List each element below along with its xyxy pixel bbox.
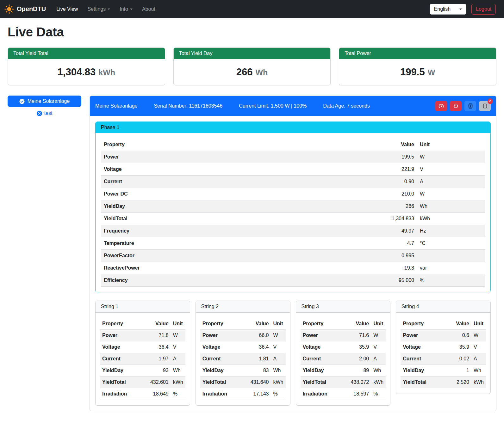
inverter-secondary-label: test	[44, 110, 53, 116]
summary-cards: Total Yield Total 1,304.83 kWh Total Yie…	[8, 47, 496, 85]
property-value: 66.0	[240, 330, 271, 341]
property-name: Irradiation	[200, 388, 240, 400]
property-unit: %	[371, 388, 386, 400]
table-row: Voltage 36.4 V	[100, 341, 185, 353]
property-value: 0.995	[360, 250, 417, 262]
table-row: Frequency 49.97 Hz	[101, 225, 485, 237]
property-name: Power	[200, 330, 240, 341]
summary-card-body: 266 Wh	[174, 59, 331, 85]
summary-value: 199.5	[400, 66, 425, 78]
nav-link-live-view[interactable]: Live View	[52, 4, 83, 15]
inverter-panel-body: Phase 1 Property Value Unit	[90, 116, 496, 411]
property-name: ReactivePower	[101, 262, 360, 274]
property-unit: W	[371, 330, 386, 341]
property-name: Voltage	[101, 163, 360, 176]
table-row: YieldTotal 1,304.833 kWh	[101, 213, 485, 225]
chevron-down-icon	[108, 9, 110, 10]
table-row: YieldTotal 2.520 kWh	[401, 377, 486, 388]
table-row: Power DC 210.0 W	[101, 188, 485, 200]
property-value: 49.97	[360, 225, 417, 237]
property-name: Power	[101, 151, 360, 163]
table-row: Power 199.5 W	[101, 151, 485, 163]
table-row: Irradiation 17.143 %	[200, 388, 286, 400]
phase-card-title: Phase 1	[96, 122, 490, 133]
nav-link-label: Live View	[56, 6, 78, 12]
language-value: English	[434, 6, 451, 12]
summary-card-yield-day: Total Yield Day 266 Wh	[173, 47, 331, 85]
table-row: Irradiation 18.597 %	[301, 388, 386, 400]
property-value: 71.6	[340, 330, 371, 341]
property-unit: W	[417, 188, 485, 200]
property-name: Irradiation	[100, 388, 140, 400]
logout-button[interactable]: Logout	[471, 4, 496, 15]
property-unit: Wh	[417, 200, 485, 213]
summary-unit: kWh	[98, 68, 115, 77]
property-name: Voltage	[401, 341, 444, 353]
string-table: Property Value Unit Power 71	[100, 318, 185, 400]
string-card-3: String 3 Property Value Unit	[296, 301, 391, 406]
string-card-title: String 2	[196, 301, 290, 313]
nav-link-info[interactable]: Info	[115, 4, 137, 15]
property-name: YieldTotal	[101, 213, 360, 225]
column-header-value: Value	[360, 139, 417, 151]
property-value: 1,304.833	[360, 213, 417, 225]
property-unit: A	[471, 353, 486, 365]
property-unit: A	[371, 353, 386, 365]
property-name: Voltage	[100, 341, 140, 353]
table-row: Power 71.8 W	[100, 330, 185, 341]
property-name: YieldTotal	[200, 377, 240, 388]
table-row: YieldTotal 432.601 kWh	[100, 377, 185, 388]
string-card-1: String 1 Property Value Unit	[95, 301, 190, 406]
property-value: 36.4	[240, 341, 271, 353]
property-value: 35.9	[340, 341, 371, 353]
string-cards: String 1 Property Value Unit	[95, 301, 491, 406]
inverter-selector-column: Meine Solaranlage test	[8, 96, 81, 116]
summary-unit: Wh	[255, 68, 268, 77]
nav-link-settings[interactable]: Settings	[83, 4, 115, 15]
table-row: YieldDay 89 Wh	[301, 365, 386, 377]
device-info-button[interactable]	[464, 101, 476, 111]
string-card-title: String 4	[396, 301, 490, 313]
property-value: 35.9	[444, 341, 471, 353]
nav-link-about[interactable]: About	[137, 4, 160, 15]
language-select[interactable]: English	[430, 4, 466, 15]
table-row: Voltage 35.9 V	[401, 341, 486, 353]
table-row: Current 1.81 A	[200, 353, 286, 365]
table-row: Efficiency 95.000 %	[101, 274, 485, 287]
property-value: 2.00	[340, 353, 371, 365]
string-card-body: Property Value Unit Power 71	[296, 313, 390, 405]
summary-value: 1,304.83	[58, 66, 96, 78]
string-table: Property Value Unit Power 0.	[401, 318, 486, 388]
column-header-unit: Unit	[171, 318, 185, 330]
table-row: Power 0.6 W	[401, 330, 486, 341]
property-unit: %	[417, 274, 485, 287]
column-header-value: Value	[140, 318, 171, 330]
table-row: YieldTotal 438.072 kWh	[301, 377, 386, 388]
column-header-property: Property	[100, 318, 140, 330]
string-card-title: String 3	[296, 301, 390, 313]
nav-link-label: Settings	[87, 6, 106, 12]
inverter-secondary-link[interactable]: test	[37, 110, 53, 116]
property-name: Frequency	[101, 225, 360, 237]
property-unit: W	[417, 151, 485, 163]
event-log-button[interactable]: 2	[479, 101, 491, 111]
inverter-data-age: Data Age: 7 seconds	[323, 103, 370, 109]
property-unit: Wh	[271, 365, 286, 377]
column-header-unit: Unit	[271, 318, 286, 330]
summary-card-yield-total: Total Yield Total 1,304.83 kWh	[8, 47, 165, 85]
property-value: 95.000	[360, 274, 417, 287]
column-header-property: Property	[401, 318, 444, 330]
power-button[interactable]	[450, 101, 462, 111]
property-value: 18.597	[340, 388, 371, 400]
inverter-select-button[interactable]: Meine Solaranlage	[8, 96, 81, 107]
property-name: YieldTotal	[401, 377, 444, 388]
property-value: 199.5	[360, 151, 417, 163]
string-card-body: Property Value Unit Power 0.	[396, 313, 490, 394]
limit-settings-button[interactable]	[435, 101, 447, 111]
property-unit: V	[471, 341, 486, 353]
column-header-property: Property	[301, 318, 340, 330]
brand[interactable]: OpenDTU	[4, 4, 46, 14]
table-row: Voltage 36.4 V	[200, 341, 286, 353]
string-card-4: String 4 Property Value Unit	[396, 301, 491, 394]
inverter-name: Meine Solaranlage	[95, 103, 137, 109]
